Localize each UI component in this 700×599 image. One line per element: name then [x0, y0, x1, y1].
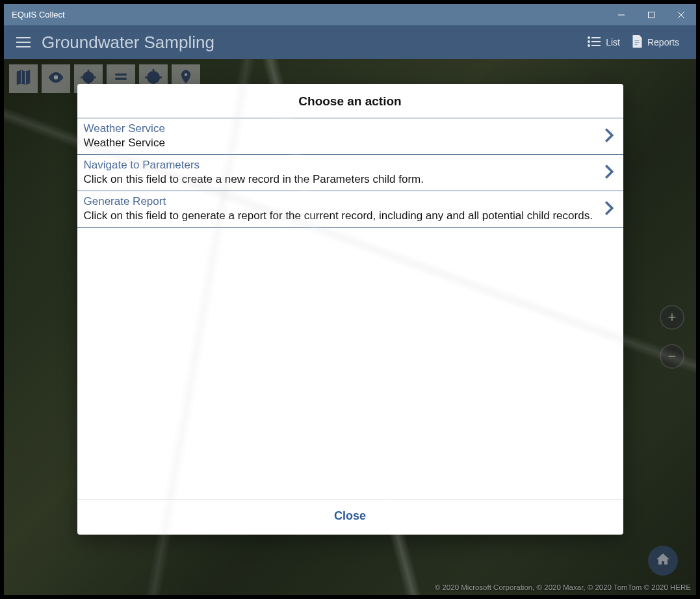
- action-weather-service[interactable]: Weather Service Weather Service: [77, 118, 623, 154]
- action-desc: Click on this field to create a new reco…: [84, 172, 603, 187]
- action-generate-report[interactable]: Generate Report Click on this field to g…: [77, 191, 623, 228]
- svg-point-11: [588, 45, 590, 46]
- map-canvas[interactable]: + − © 2020 Microsoft Corporation, © 2020…: [4, 59, 696, 595]
- dialog-overlay: Choose an action Weather Service Weather…: [4, 59, 696, 595]
- svg-rect-15: [634, 44, 638, 46]
- reports-button[interactable]: Reports: [632, 35, 679, 50]
- minimize-button[interactable]: [606, 4, 636, 25]
- action-title: Weather Service: [84, 122, 603, 135]
- svg-point-7: [588, 37, 590, 38]
- action-list: Weather Service Weather Service Navigate…: [77, 118, 623, 499]
- page-title: Groundwater Sampling: [42, 33, 588, 53]
- dialog-footer: Close: [77, 499, 623, 535]
- choose-action-dialog: Choose an action Weather Service Weather…: [77, 84, 623, 535]
- list-button[interactable]: List: [588, 36, 620, 49]
- action-desc: Weather Service: [84, 136, 603, 150]
- chevron-right-icon: [603, 164, 616, 182]
- maximize-button[interactable]: [636, 4, 666, 25]
- svg-rect-13: [634, 40, 640, 42]
- close-button[interactable]: [666, 4, 696, 25]
- action-title: Navigate to Parameters: [84, 159, 603, 172]
- svg-rect-1: [649, 12, 655, 18]
- window-title: EQuIS Collect: [12, 10, 606, 20]
- chevron-right-icon: [603, 127, 616, 146]
- titlebar: EQuIS Collect: [4, 4, 696, 25]
- reports-label: Reports: [647, 37, 679, 47]
- list-icon: [588, 36, 601, 49]
- action-navigate-parameters[interactable]: Navigate to Parameters Click on this fie…: [77, 154, 623, 191]
- svg-point-9: [588, 41, 590, 42]
- chevron-right-icon: [603, 200, 616, 219]
- document-icon: [632, 35, 642, 50]
- action-title: Generate Report: [84, 195, 603, 208]
- dialog-close-button[interactable]: Close: [334, 509, 366, 522]
- app-header: Groundwater Sampling List Reports: [4, 25, 696, 59]
- dialog-title: Choose an action: [77, 84, 623, 118]
- svg-rect-14: [634, 42, 640, 44]
- menu-button[interactable]: [9, 28, 38, 57]
- list-label: List: [606, 37, 620, 47]
- action-desc: Click on this field to generate a report…: [84, 209, 603, 223]
- app-window: EQuIS Collect Groundwater Sampling List …: [4, 4, 696, 595]
